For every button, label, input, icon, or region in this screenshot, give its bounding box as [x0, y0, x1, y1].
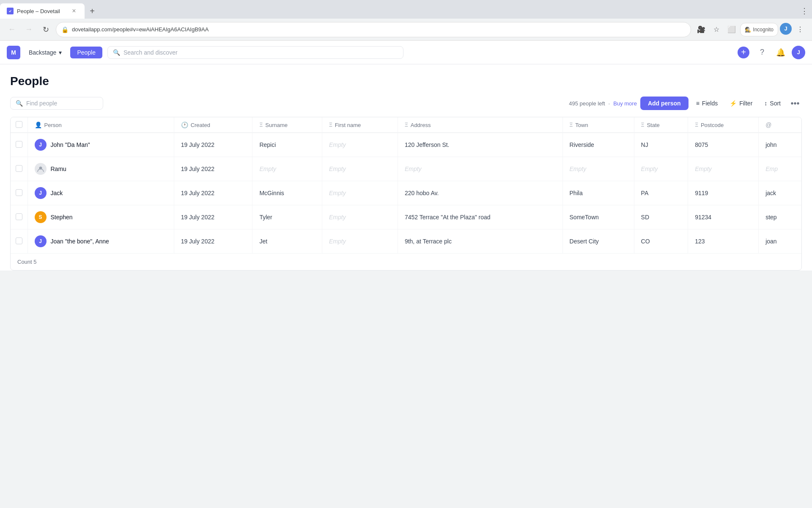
more-options-button[interactable]: •••: [788, 97, 802, 110]
cell-firstname: Empty: [322, 229, 398, 254]
help-button[interactable]: ?: [754, 45, 770, 60]
tab-bar: People – Dovetail × + ⋮: [0, 0, 812, 19]
col-created[interactable]: 🕐 Created: [174, 117, 252, 133]
cell-state: NJ: [634, 133, 688, 157]
cell-person: JJack: [27, 181, 174, 205]
tab-close-button[interactable]: ×: [70, 7, 78, 15]
find-people-placeholder: Find people: [26, 100, 57, 107]
empty-value: Empty: [329, 238, 346, 245]
active-tab[interactable]: People – Dovetail ×: [0, 3, 85, 19]
cell-postcode: 123: [688, 229, 759, 254]
empty-value: Emp: [765, 166, 778, 172]
col-postcode[interactable]: Ξ Postcode: [688, 117, 759, 133]
tab-end-button[interactable]: ⋮: [797, 3, 812, 19]
empty-value: Empty: [570, 166, 587, 172]
row-checkbox[interactable]: [16, 165, 22, 172]
select-all-checkbox[interactable]: [16, 121, 22, 128]
tab-favicon: [7, 8, 14, 14]
person-name: Joan "the bone", Anne: [51, 238, 109, 245]
find-people-input[interactable]: 🔍 Find people: [10, 97, 103, 110]
row-checkbox[interactable]: [16, 189, 22, 196]
nav-actions: 🎥 ☆ ⬜ 🕵️ Incognito J ⋮: [694, 23, 807, 36]
refresh-button[interactable]: ↻: [39, 23, 52, 36]
new-tab-button[interactable]: +: [85, 3, 100, 19]
cell-person: JJohn "Da Man": [27, 133, 174, 157]
header-actions: + ? 🔔 J: [736, 45, 805, 60]
app-container: M Backstage ▾ People 🔍 Search and discov…: [0, 41, 812, 271]
plus-icon: +: [738, 47, 749, 58]
cell-email: Emp: [759, 157, 801, 181]
extensions-button[interactable]: ⬜: [725, 23, 738, 36]
table-row[interactable]: JJohn "Da Man"19 July 2022RepiciEmpty120…: [11, 133, 801, 157]
at-col-icon: @: [765, 121, 771, 128]
table-row[interactable]: Ramu19 July 2022EmptyEmptyEmptyEmptyEmpt…: [11, 157, 801, 181]
filter-button[interactable]: ⚡ Filter: [725, 97, 757, 109]
col-person[interactable]: 👤 Person: [27, 117, 174, 133]
people-nav-button[interactable]: People: [70, 47, 102, 58]
find-search-icon: 🔍: [16, 100, 23, 107]
cell-firstname: Empty: [322, 181, 398, 205]
cell-address: 220 hobo Av.: [398, 181, 562, 205]
nav-bar: ← → ↻ 🔒 dovetailapp.com/people#v=ewAiAHE…: [0, 19, 812, 41]
camera-off-button[interactable]: 🎥: [694, 23, 708, 36]
person-avatar: S: [35, 211, 47, 223]
add-person-button[interactable]: Add person: [640, 97, 689, 110]
workspace-button[interactable]: Backstage ▾: [25, 47, 65, 58]
col-firstname[interactable]: Ξ First name: [322, 117, 398, 133]
col-town[interactable]: Ξ Town: [562, 117, 634, 133]
add-button[interactable]: +: [736, 45, 751, 60]
table-row[interactable]: JJoan "the bone", Anne19 July 2022JetEmp…: [11, 229, 801, 254]
col-email[interactable]: @: [759, 117, 801, 133]
col-firstname-label: First name: [335, 122, 361, 128]
browser-profile-avatar[interactable]: J: [780, 23, 792, 35]
cell-created: 19 July 2022: [174, 229, 252, 254]
bookmark-button[interactable]: ☆: [710, 23, 723, 36]
cell-town: Desert City: [562, 229, 634, 254]
select-all-col[interactable]: [11, 117, 27, 133]
header-search[interactable]: 🔍 Search and discover: [107, 46, 403, 59]
col-surname[interactable]: Ξ Surname: [252, 117, 322, 133]
notification-button[interactable]: 🔔: [773, 45, 788, 60]
col-address-label: Address: [411, 122, 431, 128]
cell-town: Phila: [562, 181, 634, 205]
person-col-icon: 👤: [35, 121, 42, 128]
row-checkbox[interactable]: [16, 237, 22, 244]
col-address[interactable]: Ξ Address: [398, 117, 562, 133]
toolbar-right: 495 people left · Buy more Add person ≡ …: [569, 97, 802, 110]
cell-state: CO: [634, 229, 688, 254]
table-row[interactable]: JJack19 July 2022McGinnisEmpty220 hobo A…: [11, 181, 801, 205]
cell-firstname: Empty: [322, 157, 398, 181]
more-icon: •••: [790, 99, 799, 108]
incognito-badge: 🕵️ Incognito: [740, 23, 778, 36]
svg-point-0: [8, 9, 12, 13]
row-checkbox[interactable]: [16, 213, 22, 220]
cell-person: SStephen: [27, 205, 174, 229]
clock-col-icon: 🕐: [181, 121, 188, 128]
person-avatar: J: [35, 139, 47, 151]
table-row[interactable]: SStephen19 July 2022TylerEmpty7452 Terra…: [11, 205, 801, 229]
text-col-icon-postcode: Ξ: [695, 122, 698, 128]
cell-address: 7452 Terrace "At the Plaza" road: [398, 205, 562, 229]
col-state[interactable]: Ξ State: [634, 117, 688, 133]
cell-created: 19 July 2022: [174, 157, 252, 181]
lock-icon: 🔒: [61, 26, 69, 33]
forward-button[interactable]: →: [22, 23, 36, 36]
help-icon: ?: [760, 48, 764, 57]
toolbar: 🔍 Find people 495 people left · Buy more…: [10, 97, 802, 110]
back-button[interactable]: ←: [5, 23, 19, 36]
person-avatar: J: [35, 235, 47, 247]
cell-state: SD: [634, 205, 688, 229]
address-bar[interactable]: 🔒 dovetailapp.com/people#v=ewAiAHEAIgA6A…: [56, 22, 691, 37]
cell-person: Ramu: [27, 157, 174, 181]
empty-value: Empty: [641, 166, 658, 172]
filter-icon: ⚡: [730, 100, 737, 107]
buy-more-link[interactable]: Buy more: [613, 100, 637, 107]
browser-menu-button[interactable]: ⋮: [793, 23, 807, 36]
header-profile-avatar[interactable]: J: [792, 46, 805, 59]
row-checkbox[interactable]: [16, 141, 22, 148]
sort-button[interactable]: ↕ Sort: [760, 97, 785, 109]
cell-address: Empty: [398, 157, 562, 181]
fields-button[interactable]: ≡ Fields: [692, 97, 722, 109]
cell-email: jack: [759, 181, 801, 205]
text-col-icon-town: Ξ: [570, 122, 573, 128]
